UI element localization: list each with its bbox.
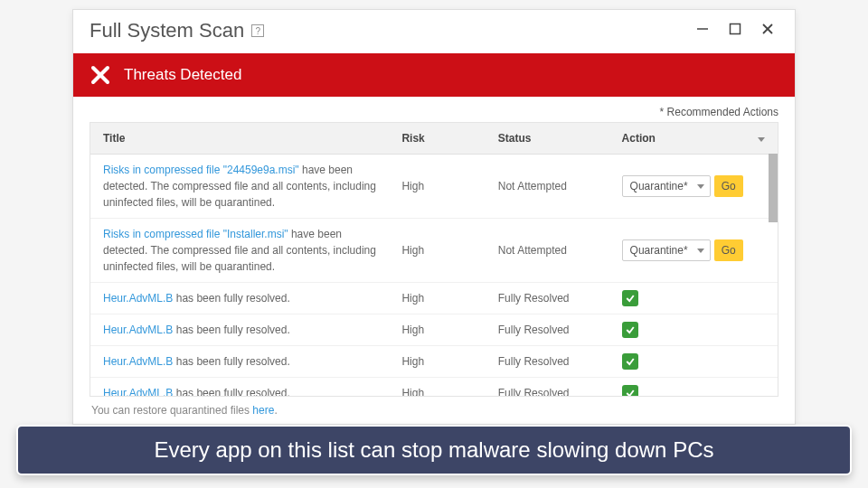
status-cell: Not Attempted	[489, 219, 613, 283]
risk-cell: High	[392, 378, 488, 398]
threat-title-cell: Heur.AdvML.B has been fully resolved.	[90, 314, 392, 346]
risk-cell: High	[392, 219, 488, 283]
maximize-button[interactable]	[724, 20, 746, 42]
go-button[interactable]: Go	[714, 175, 743, 197]
threat-title-cell: Heur.AdvML.B has been fully resolved.	[90, 283, 392, 314]
status-cell: Fully Resolved	[489, 378, 613, 398]
threat-link[interactable]: Risks in compressed file "Installer.msi"	[103, 228, 288, 240]
risk-cell: High	[392, 283, 488, 314]
threat-banner: Threats Detected	[73, 53, 795, 97]
go-button[interactable]: Go	[714, 239, 743, 261]
action-cell	[613, 378, 778, 398]
action-cell: Quarantine*Go	[613, 219, 778, 283]
resolved-check-icon	[622, 290, 638, 306]
chevron-down-icon	[697, 184, 704, 189]
titlebar: Full System Scan ?	[73, 10, 795, 53]
chevron-down-icon	[758, 137, 765, 142]
threat-desc: has been fully resolved.	[173, 324, 289, 336]
threat-title-cell: Heur.AdvML.B has been fully resolved.	[90, 346, 392, 378]
risk-cell: High	[392, 314, 488, 346]
table-row: Heur.AdvML.B has been fully resolved.Hig…	[90, 378, 778, 398]
page-title: Full System Scan	[90, 19, 244, 42]
threat-title-cell: Risks in compressed file "24459e9a.msi" …	[90, 155, 392, 219]
footer-note: You can restore quarantined files here.	[90, 397, 778, 417]
status-cell: Fully Resolved	[489, 283, 613, 314]
resolved-check-icon	[622, 385, 638, 397]
col-action-label: Action	[622, 132, 656, 145]
action-cell	[613, 346, 778, 378]
scrollbar-thumb[interactable]	[769, 154, 778, 222]
threat-title-cell: Heur.AdvML.B has been fully resolved.	[90, 378, 392, 398]
threats-table-wrap: Title Risk Status Action Risks in compre…	[90, 122, 778, 397]
status-cell: Fully Resolved	[489, 314, 613, 346]
status-cell: Fully Resolved	[489, 346, 613, 378]
action-cell	[613, 283, 778, 314]
threats-table: Title Risk Status Action Risks in compre…	[90, 123, 778, 397]
action-cell: Quarantine*Go	[613, 155, 778, 219]
threat-icon	[90, 64, 111, 86]
threat-link[interactable]: Heur.AdvML.B	[103, 324, 173, 336]
footer-post: .	[274, 404, 277, 417]
table-row: Heur.AdvML.B has been fully resolved.Hig…	[90, 346, 778, 378]
restore-link[interactable]: here	[252, 404, 274, 417]
app-window: Full System Scan ? Threats Detected * Re…	[72, 9, 796, 425]
action-select-label: Quarantine*	[630, 244, 688, 257]
help-icon[interactable]: ?	[251, 24, 264, 37]
threat-link[interactable]: Heur.AdvML.B	[103, 292, 173, 305]
risk-cell: High	[392, 155, 488, 219]
threat-link[interactable]: Risks in compressed file "24459e9a.msi"	[103, 164, 299, 176]
footer-pre: You can restore quarantined files	[91, 404, 252, 417]
col-title[interactable]: Title	[90, 123, 392, 155]
action-select[interactable]: Quarantine*	[622, 175, 711, 197]
threat-desc: has been fully resolved.	[173, 292, 289, 305]
content-area: * Recommended Actions Title Risk Status …	[73, 97, 795, 424]
minimize-button[interactable]	[692, 20, 713, 42]
action-cell	[613, 314, 778, 346]
table-row: Risks in compressed file "Installer.msi"…	[90, 219, 778, 283]
close-button[interactable]	[757, 20, 778, 42]
caption-overlay: Every app on this list can stop malware …	[16, 425, 852, 475]
col-risk[interactable]: Risk	[392, 123, 488, 155]
svg-rect-1	[731, 23, 741, 33]
table-row: Risks in compressed file "24459e9a.msi" …	[90, 155, 778, 219]
banner-text: Threats Detected	[124, 66, 241, 84]
threat-link[interactable]: Heur.AdvML.B	[103, 387, 173, 397]
action-select[interactable]: Quarantine*	[622, 239, 711, 261]
threat-title-cell: Risks in compressed file "Installer.msi"…	[90, 219, 392, 283]
threat-desc: has been fully resolved.	[173, 387, 289, 397]
window-controls	[692, 20, 778, 42]
resolved-check-icon	[622, 322, 638, 338]
status-cell: Not Attempted	[489, 155, 613, 219]
chevron-down-icon	[697, 249, 704, 253]
risk-cell: High	[392, 346, 488, 378]
action-select-label: Quarantine*	[630, 180, 688, 192]
resolved-check-icon	[622, 353, 638, 370]
col-action[interactable]: Action	[613, 123, 778, 155]
recommended-actions-label: * Recommended Actions	[90, 106, 778, 118]
table-row: Heur.AdvML.B has been fully resolved.Hig…	[90, 283, 778, 314]
threat-desc: has been fully resolved.	[173, 355, 289, 368]
table-row: Heur.AdvML.B has been fully resolved.Hig…	[90, 314, 778, 346]
col-status[interactable]: Status	[489, 123, 613, 155]
threat-link[interactable]: Heur.AdvML.B	[103, 355, 173, 368]
